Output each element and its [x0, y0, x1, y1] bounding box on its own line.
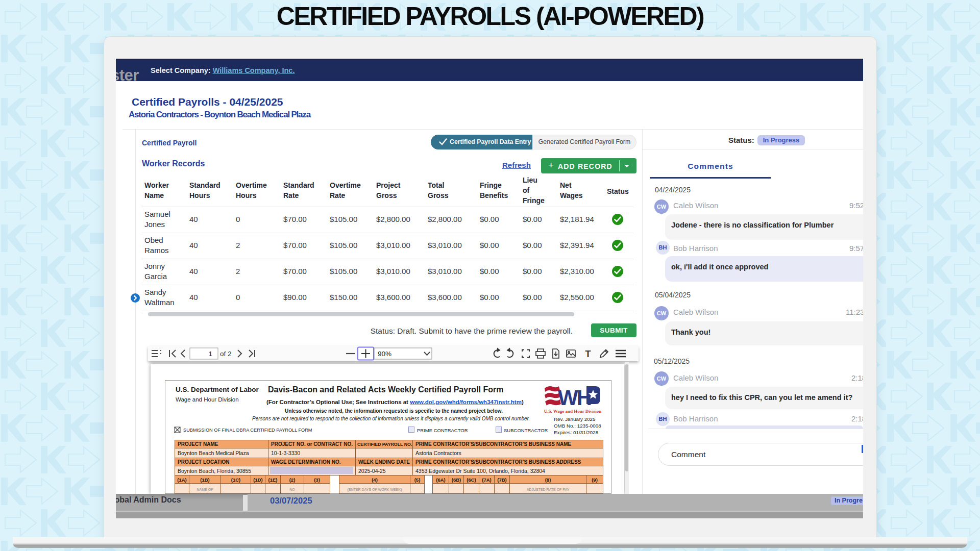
svg-text:WH: WH: [558, 386, 591, 409]
svg-text:of 2: of 2: [220, 350, 232, 358]
svg-text:90%: 90%: [378, 350, 391, 358]
svg-text:T: T: [585, 349, 591, 359]
svg-text:1: 1: [208, 350, 212, 358]
